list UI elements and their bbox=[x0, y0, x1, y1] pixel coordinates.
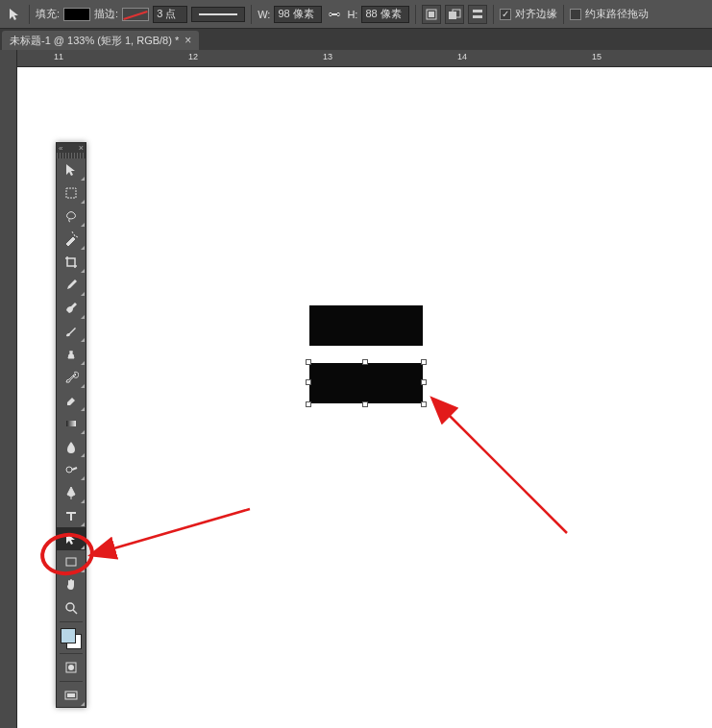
ruler-tick-label: 11 bbox=[54, 52, 63, 61]
constrain-checkbox[interactable] bbox=[570, 9, 581, 20]
stroke-width-input[interactable] bbox=[153, 6, 187, 23]
collapse-icon[interactable]: « bbox=[59, 144, 62, 153]
selection-handle[interactable] bbox=[362, 359, 368, 365]
separator bbox=[29, 5, 30, 24]
separator bbox=[415, 5, 416, 24]
path-options-icon[interactable] bbox=[468, 5, 487, 24]
eyedropper-tool[interactable] bbox=[57, 274, 86, 297]
color-swatches[interactable] bbox=[57, 624, 86, 651]
tools-panel-header[interactable]: « × bbox=[57, 143, 86, 153]
ruler-tick-label: 12 bbox=[188, 52, 198, 61]
link-icon[interactable] bbox=[326, 6, 343, 23]
ruler-tick-label: 15 bbox=[592, 52, 602, 61]
ruler-tick-label: 14 bbox=[457, 52, 467, 61]
stroke-swatch[interactable] bbox=[122, 8, 149, 21]
svg-rect-14 bbox=[67, 693, 75, 697]
screen-mode-tool[interactable] bbox=[57, 684, 86, 707]
clone-stamp-tool[interactable] bbox=[57, 343, 86, 366]
path-arrange-icon[interactable] bbox=[445, 5, 464, 24]
selection-handle[interactable] bbox=[306, 359, 311, 365]
height-label: H: bbox=[347, 9, 357, 20]
svg-rect-5 bbox=[473, 15, 482, 18]
svg-point-10 bbox=[66, 603, 74, 611]
fill-label: 填充: bbox=[36, 7, 60, 21]
path-selection-icon[interactable] bbox=[6, 6, 23, 23]
dodge-tool[interactable] bbox=[57, 458, 86, 481]
ruler-horizontal[interactable]: 11 12 13 14 15 bbox=[17, 50, 712, 67]
path-align-icon[interactable] bbox=[422, 5, 441, 24]
stroke-label: 描边: bbox=[94, 7, 118, 21]
magic-wand-tool[interactable] bbox=[57, 228, 86, 251]
svg-rect-7 bbox=[66, 421, 76, 426]
history-brush-tool[interactable] bbox=[57, 366, 86, 389]
separator bbox=[251, 5, 252, 24]
svg-rect-4 bbox=[473, 10, 482, 12]
close-icon[interactable]: × bbox=[79, 143, 84, 153]
lasso-tool[interactable] bbox=[57, 205, 86, 228]
width-input[interactable] bbox=[274, 6, 322, 23]
svg-rect-1 bbox=[429, 12, 434, 17]
hand-tool[interactable] bbox=[57, 573, 86, 596]
svg-point-8 bbox=[66, 467, 72, 473]
svg-point-12 bbox=[68, 665, 74, 670]
blur-tool[interactable] bbox=[57, 435, 86, 458]
selection-handle[interactable] bbox=[306, 401, 311, 407]
selection-handle[interactable] bbox=[362, 401, 368, 407]
selection-handle[interactable] bbox=[421, 401, 427, 407]
eraser-tool[interactable] bbox=[57, 389, 86, 412]
selection-handle[interactable] bbox=[421, 379, 427, 385]
crop-tool[interactable] bbox=[57, 251, 86, 274]
separator bbox=[493, 5, 494, 24]
rectangle-shape-2-selected[interactable] bbox=[309, 363, 423, 403]
width-label: W: bbox=[258, 9, 270, 20]
quick-mask-tool[interactable] bbox=[57, 656, 86, 679]
ruler-tick-label: 13 bbox=[323, 52, 332, 61]
zoom-tool[interactable] bbox=[57, 596, 86, 619]
align-edges-checkbox[interactable] bbox=[500, 9, 511, 20]
document-tab[interactable]: 未标题-1 @ 133% (矩形 1, RGB/8) * × bbox=[2, 31, 199, 50]
pen-tool[interactable] bbox=[57, 481, 86, 504]
marquee-tool[interactable] bbox=[57, 182, 86, 205]
type-tool[interactable] bbox=[57, 504, 86, 527]
close-icon[interactable]: × bbox=[184, 34, 191, 47]
rectangle-shape-1[interactable] bbox=[309, 305, 423, 346]
healing-brush-tool[interactable] bbox=[57, 297, 86, 320]
constrain-label: 约束路径拖动 bbox=[585, 7, 649, 21]
gradient-tool[interactable] bbox=[57, 412, 86, 435]
height-input[interactable] bbox=[361, 6, 409, 23]
selection-handle[interactable] bbox=[421, 359, 427, 365]
fill-swatch[interactable] bbox=[63, 8, 90, 21]
document-tab-title: 未标题-1 @ 133% (矩形 1, RGB/8) * bbox=[10, 34, 179, 48]
brush-tool[interactable] bbox=[57, 320, 86, 343]
selection-handle[interactable] bbox=[306, 379, 311, 385]
align-edges-label: 对齐边缘 bbox=[515, 7, 557, 21]
svg-rect-6 bbox=[66, 188, 76, 198]
tools-panel: « × bbox=[56, 142, 86, 708]
move-tool[interactable] bbox=[57, 158, 86, 182]
stroke-style-dropdown[interactable] bbox=[191, 7, 245, 22]
foreground-color[interactable] bbox=[61, 628, 76, 643]
options-bar: 填充: 描边: W: H: 对齐边缘 约束路径拖动 bbox=[0, 0, 712, 29]
ruler-vertical[interactable] bbox=[0, 50, 17, 728]
separator bbox=[563, 5, 564, 24]
document-tab-row: 未标题-1 @ 133% (矩形 1, RGB/8) * × bbox=[0, 29, 712, 50]
